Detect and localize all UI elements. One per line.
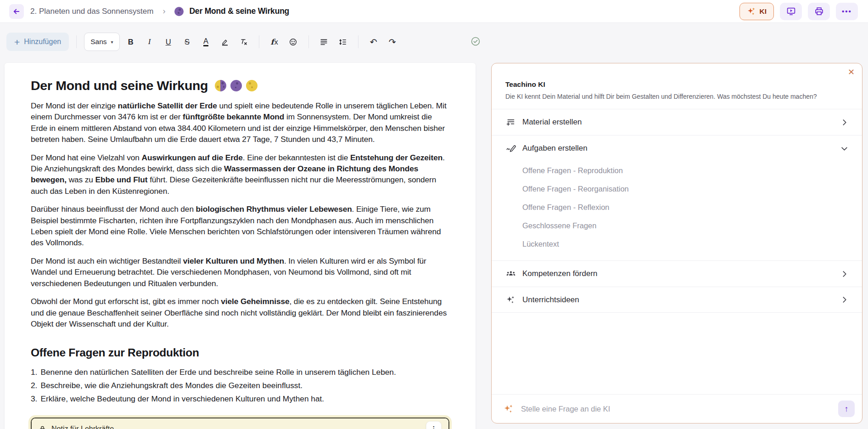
toolbar-divider (76, 35, 77, 48)
print-button[interactable] (808, 3, 830, 20)
moon-waning-gibbous-icon (246, 80, 258, 91)
section-heading: Offene Fragen zur Reproduktion (31, 346, 449, 359)
monitor-play-icon (786, 6, 796, 16)
close-icon: ✕ (848, 68, 855, 77)
clear-formatting-button[interactable] (236, 34, 252, 50)
submenu-item-geschlossene-fragen[interactable]: Geschlossene Fragen (492, 216, 862, 235)
highlighter-icon (221, 38, 229, 46)
breadcrumb-current-doc-title: Der Mond & seine Wirkung (189, 6, 289, 16)
moon-waning-crescent-icon (230, 80, 242, 91)
sparkles-icon (505, 295, 516, 305)
aufgaben-submenu: Offene Fragen - Reproduktion Offene Frag… (492, 161, 862, 260)
breadcrumb-parent[interactable]: 2. Planeten und das Sonnensystem (30, 7, 153, 16)
submenu-item-offene-fragen-reorganisation[interactable]: Offene Fragen - Reorganisation (492, 180, 862, 198)
document-title: Der Mond und seine Wirkung (31, 78, 449, 93)
breadcrumb-separator-icon: › (162, 6, 165, 16)
close-panel-button[interactable]: ✕ (848, 68, 855, 76)
ki-question-bar: ↑ (492, 394, 862, 423)
ki-question-input[interactable] (521, 405, 831, 413)
list-item: 1.Benenne den natürlichen Satelliten der… (31, 367, 449, 378)
submenu-item-lueckentext[interactable]: Lückentext (492, 235, 862, 253)
paragraph: Der Mond ist auch ein wichtiger Bestandt… (31, 255, 449, 289)
submenu-item-offene-fragen-reflexion[interactable]: Offene Fragen - Reflexion (492, 198, 862, 216)
redo-button[interactable]: ↷ (385, 34, 400, 50)
highlight-button[interactable] (217, 34, 233, 50)
playlist-add-icon (505, 118, 516, 127)
plus-icon: + (14, 37, 20, 47)
question-list: 1.Benenne den natürlichen Satelliten der… (31, 367, 449, 404)
font-family-select[interactable]: Sans ▾ (84, 33, 119, 51)
undo-button[interactable]: ↶ (366, 34, 381, 50)
align-left-icon (319, 38, 328, 46)
add-block-button[interactable]: + Hinzufügen (6, 33, 69, 51)
toolbar-divider (358, 35, 358, 48)
chevron-down-icon (840, 145, 848, 152)
chevron-right-icon (840, 119, 848, 126)
text-color-button[interactable]: A (198, 34, 214, 50)
moon-last-quarter-icon (215, 80, 226, 91)
send-button[interactable]: ↑ (838, 401, 855, 417)
printer-icon (814, 6, 824, 16)
underline-button[interactable]: U (161, 34, 176, 50)
chevron-right-icon (840, 270, 848, 278)
list-item: 2.Beschreibe, wie die Anziehungskraft de… (31, 380, 449, 391)
menu-item-unterrichtsideen[interactable]: Unterrichtsideen (492, 287, 862, 313)
emoji-button[interactable] (286, 34, 301, 50)
paragraph: Darüber hinaus beeinflusst der Mond auch… (31, 203, 449, 248)
teacher-note-box: Notiz für Lehrkräfte ⋮ Lösungen (31, 418, 449, 429)
pencil-write-icon (505, 143, 516, 153)
chevron-down-icon: ▾ (111, 40, 113, 45)
list-item: 3.Erkläre, welche Bedeutung der Mond in … (31, 394, 449, 404)
ki-assistant-button[interactable]: KI (739, 3, 774, 20)
menu-item-aufgaben-erstellen[interactable]: Aufgaben erstellen (492, 135, 862, 161)
panel-description: Die KI kennt Dein Material und hilft Dir… (505, 93, 848, 100)
chevron-right-icon (840, 296, 848, 304)
ellipsis-icon: ••• (842, 7, 852, 15)
arrow-up-icon: ↑ (845, 404, 849, 414)
teachino-ki-panel: ✕ Teachino KI Die KI kennt Dein Material… (491, 63, 862, 423)
paragraph: Der Mond ist der einzige natürliche Sate… (31, 100, 449, 145)
groups-icon (505, 269, 516, 279)
kebab-icon: ⋮ (431, 425, 437, 429)
back-button[interactable] (9, 4, 24, 19)
note-title: Notiz für Lehrkräfte (51, 425, 114, 429)
formula-button[interactable]: fx (267, 34, 282, 50)
panel-title: Teachino KI (505, 80, 848, 89)
arrow-left-icon (12, 7, 21, 16)
note-menu-button[interactable]: ⋮ (426, 421, 442, 429)
menu-item-material-erstellen[interactable]: Material erstellen (492, 109, 862, 135)
sparkles-icon (503, 403, 514, 414)
teacher-note-header: Notiz für Lehrkräfte ⋮ (32, 418, 448, 429)
document-editor[interactable]: Der Mond und seine Wirkung Der Mond ist … (5, 63, 476, 429)
more-options-button[interactable]: ••• (836, 3, 858, 20)
top-header: 2. Planeten und das Sonnensystem › Der M… (0, 0, 868, 23)
align-button[interactable] (316, 34, 332, 50)
bold-button[interactable]: B (123, 34, 139, 50)
saved-status-icon (470, 36, 481, 46)
italic-button[interactable]: I (142, 34, 157, 50)
lock-icon (39, 425, 46, 429)
editor-toolbar: + Hinzufügen Sans ▾ B I U S A fx (6, 31, 400, 52)
submenu-item-offene-fragen-reproduktion[interactable]: Offene Fragen - Reproduktion (492, 161, 862, 180)
smiley-icon (289, 38, 297, 46)
paragraph: Obwohl der Mond gut erforscht ist, gibt … (31, 296, 449, 329)
paragraph: Der Mond hat eine Vielzahl von Auswirkun… (31, 152, 449, 197)
line-spacing-button[interactable] (335, 34, 351, 50)
present-button[interactable] (780, 3, 802, 20)
toolbar-divider (308, 35, 309, 48)
ki-menu: Material erstellen Aufgaben erstellen Of… (492, 109, 862, 313)
menu-item-kompetenzen-foerdern[interactable]: Kompetenzen fördern (492, 260, 862, 287)
strikethrough-button[interactable]: S (179, 34, 195, 50)
clear-format-icon (240, 38, 248, 46)
toolbar-divider (259, 35, 259, 48)
line-spacing-icon (338, 38, 347, 46)
sparkles-icon (747, 7, 756, 16)
moon-icon (174, 7, 184, 16)
